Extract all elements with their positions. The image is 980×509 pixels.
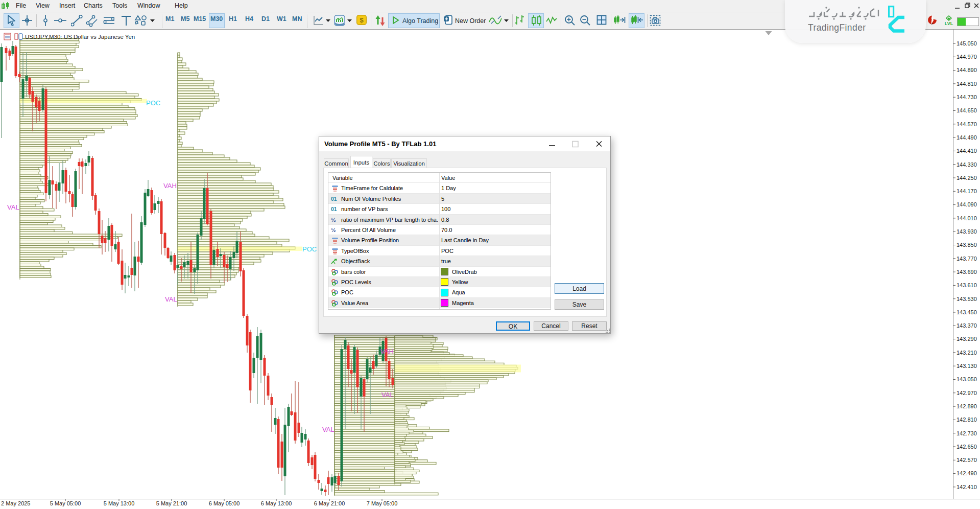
svg-text:142.650: 142.650 bbox=[957, 444, 977, 450]
svg-text:142.410: 142.410 bbox=[957, 484, 977, 490]
svg-text:143.370: 143.370 bbox=[957, 322, 977, 329]
svg-text:143.050: 143.050 bbox=[957, 376, 977, 382]
svg-text:143.930: 143.930 bbox=[957, 228, 977, 235]
svg-text:142.890: 142.890 bbox=[957, 403, 977, 409]
svg-text:144.170: 144.170 bbox=[957, 188, 977, 194]
svg-text:143.610: 143.610 bbox=[957, 282, 977, 288]
svg-text:144.890: 144.890 bbox=[957, 67, 977, 73]
svg-text:143.690: 143.690 bbox=[957, 269, 977, 275]
svg-text:142.970: 142.970 bbox=[957, 390, 977, 396]
svg-text:VAH: VAH bbox=[380, 348, 394, 355]
svg-text:143.770: 143.770 bbox=[957, 256, 977, 262]
svg-text:144.410: 144.410 bbox=[957, 148, 977, 154]
svg-text:142.730: 142.730 bbox=[957, 430, 977, 436]
svg-text:143.130: 143.130 bbox=[957, 363, 977, 369]
svg-text:144.330: 144.330 bbox=[957, 161, 977, 168]
svg-text:144.570: 144.570 bbox=[957, 121, 977, 127]
svg-text:$: $ bbox=[360, 16, 364, 24]
svg-text:5 May 05:00: 5 May 05:00 bbox=[50, 500, 81, 506]
svg-text:2 May 2025: 2 May 2025 bbox=[1, 500, 30, 506]
svg-text:144.250: 144.250 bbox=[957, 175, 977, 181]
svg-text:142.570: 142.570 bbox=[957, 457, 977, 463]
svg-text:143.450: 143.450 bbox=[957, 309, 977, 315]
svg-text:VAL: VAL bbox=[381, 391, 394, 399]
svg-text:144.010: 144.010 bbox=[957, 215, 977, 221]
svg-text:144.970: 144.970 bbox=[957, 54, 977, 60]
svg-text:VAH: VAH bbox=[163, 182, 177, 190]
svg-text:5 May 13:00: 5 May 13:00 bbox=[104, 500, 135, 506]
svg-text:144.810: 144.810 bbox=[957, 81, 977, 87]
svg-text:144.650: 144.650 bbox=[957, 107, 977, 113]
svg-text:143.530: 143.530 bbox=[957, 296, 977, 302]
svg-text:7 May 05:00: 7 May 05:00 bbox=[367, 500, 398, 506]
svg-text:6 May 13:00: 6 May 13:00 bbox=[261, 500, 292, 506]
svg-text:144.490: 144.490 bbox=[957, 134, 977, 141]
svg-text:POC: POC bbox=[146, 99, 160, 107]
svg-text:6 May 05:00: 6 May 05:00 bbox=[209, 500, 240, 506]
svg-text:144.090: 144.090 bbox=[957, 201, 977, 207]
svg-text:142.810: 142.810 bbox=[957, 417, 977, 423]
svg-text:LVL: LVL bbox=[945, 21, 953, 26]
svg-text:142.490: 142.490 bbox=[957, 470, 977, 476]
svg-text:145.050: 145.050 bbox=[957, 40, 977, 47]
svg-text:POC: POC bbox=[302, 245, 317, 253]
svg-text:USDJPY,M30: US Dollar vs Japa: USDJPY,M30: US Dollar vs Japanese Yen bbox=[25, 34, 135, 40]
svg-text:VAL: VAL bbox=[322, 426, 334, 433]
svg-text:143.290: 143.290 bbox=[957, 336, 977, 342]
svg-text:144.730: 144.730 bbox=[957, 94, 977, 100]
svg-text:6 May 21:00: 6 May 21:00 bbox=[314, 500, 345, 506]
svg-text:5 May 21:00: 5 May 21:00 bbox=[156, 500, 187, 506]
svg-text:VAL: VAL bbox=[165, 295, 177, 303]
svg-text:143.850: 143.850 bbox=[957, 242, 977, 248]
svg-text:VAL: VAL bbox=[7, 203, 19, 211]
svg-text:143.210: 143.210 bbox=[957, 350, 977, 356]
